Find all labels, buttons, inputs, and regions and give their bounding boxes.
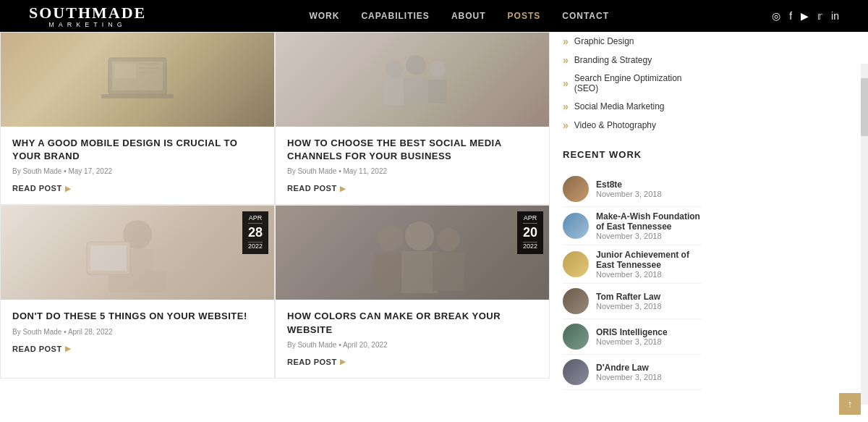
work-thumb-junior (563, 251, 589, 277)
read-post-btn-3[interactable]: Read Post ▶ (12, 345, 71, 353)
bullet-icon-1: » (563, 35, 569, 47)
posts-grid: WHY A GOOD MOBILE DESIGN IS CRUCIAL TO Y… (0, 32, 550, 405)
date-badge-4: Apr 20 2022 (517, 211, 543, 254)
social-icons-group: ◎ f ▶ 𝕣 in (772, 10, 839, 22)
bullet-icon-5: » (563, 119, 569, 131)
scrollbar-thumb[interactable] (861, 78, 868, 136)
posts-row-2: Apr 28 2022 DON'T DO THESE 5 THINGS ON Y… (0, 205, 550, 378)
recent-work-junior[interactable]: Junior Achievement of East Tennessee Nov… (563, 245, 702, 284)
work-name-dandre: D'Andre Law (596, 363, 662, 373)
work-thumb-tomrafter (563, 288, 589, 314)
svg-rect-23 (433, 253, 464, 291)
category-graphic-design[interactable]: » Graphic Design (563, 32, 702, 51)
svg-point-20 (405, 221, 434, 250)
bullet-icon-4: » (563, 101, 569, 112)
svg-point-11 (430, 61, 446, 77)
svg-rect-16 (90, 245, 127, 271)
svg-rect-17 (152, 249, 184, 271)
post-title-4: HOW COLORS CAN MAKE OR BREAK YOUR WEBSIT… (287, 310, 537, 336)
read-post-btn-1[interactable]: Read Post ▶ (12, 184, 71, 193)
post-title-1: WHY A GOOD MOBILE DESIGN IS CRUCIAL TO Y… (12, 137, 263, 163)
post-content-2: HOW TO CHOOSE THE BEST SOCIAL MEDIA CHAN… (276, 127, 549, 204)
linkedin-icon[interactable]: in (831, 10, 839, 22)
read-post-btn-4[interactable]: Read Post ▶ (287, 358, 346, 366)
nav-about[interactable]: ABOUT (451, 11, 486, 21)
category-branding[interactable]: » Branding & Strategy (563, 51, 702, 69)
recent-work-dandre[interactable]: D'Andre Law November 3, 2018 (563, 355, 702, 390)
work-name-tomrafter: Tom Rafter Law (596, 292, 662, 302)
logo-sub: MARKETING (48, 21, 127, 28)
category-video[interactable]: » Video & Photography (563, 116, 702, 135)
to-top-button[interactable]: ↑ (839, 393, 861, 415)
arrow-icon-3: ▶ (65, 345, 72, 353)
logo-main: SOUTHMADE (29, 4, 146, 22)
posts-row-1: WHY A GOOD MOBILE DESIGN IS CRUCIAL TO Y… (0, 32, 550, 205)
post-meta-3: By South Made • April 28, 2022 (12, 328, 263, 336)
header: SOUTHMADE MARKETING WORK CAPABILITIES AB… (0, 0, 868, 32)
recent-work-section: Recent Work Est8te November 3, 2018 Make… (563, 149, 702, 390)
post-meta-4: By South Made • April 20, 2022 (287, 341, 537, 349)
post-image-1 (1, 33, 274, 127)
svg-point-9 (406, 55, 426, 75)
categories-section: Categories » Graphic Design » Branding &… (563, 32, 702, 135)
category-social-media[interactable]: » Social Media Marketing (563, 97, 702, 116)
twitter-icon[interactable]: 𝕣 (817, 10, 822, 22)
scrollbar[interactable] (861, 64, 868, 405)
recent-work-tomrafter[interactable]: Tom Rafter Law November 3, 2018 (563, 284, 702, 319)
instagram-icon[interactable]: ◎ (772, 10, 780, 22)
svg-rect-21 (401, 251, 438, 293)
nav-contact[interactable]: CONTACT (562, 11, 609, 21)
work-thumb-makewish (563, 213, 589, 239)
work-date-tomrafter: November 3, 2018 (596, 302, 662, 311)
date-badge-3: Apr 28 2022 (242, 211, 268, 254)
arrow-icon-1: ▶ (65, 185, 72, 193)
svg-rect-3 (114, 64, 136, 78)
arrow-icon-4: ▶ (340, 358, 346, 366)
page-content: WHY A GOOD MOBILE DESIGN IS CRUCIAL TO Y… (0, 32, 868, 405)
post-meta-1: By South Made • May 17, 2022 (12, 167, 263, 175)
post-content-4: HOW COLORS CAN MAKE OR BREAK YOUR WEBSIT… (276, 300, 549, 377)
work-date-oris: November 3, 2018 (596, 337, 668, 346)
bullet-icon-3: » (563, 77, 569, 89)
post-title-2: HOW TO CHOOSE THE BEST SOCIAL MEDIA CHAN… (287, 137, 537, 163)
work-thumb-oris (563, 324, 589, 350)
post-image-3: Apr 28 2022 (1, 206, 274, 300)
recent-work-makewish[interactable]: Make-A-Wish Foundation of East Tennessee… (563, 207, 702, 245)
work-name-junior: Junior Achievement of East Tennessee (596, 250, 702, 270)
work-thumb-est8te (563, 176, 589, 202)
recent-work-est8te[interactable]: Est8te November 3, 2018 (563, 172, 702, 207)
post-content-3: DON'T DO THESE 5 THINGS ON YOUR WEBSITE!… (1, 300, 274, 364)
nav-work[interactable]: WORK (309, 11, 339, 21)
recent-work-title: Recent Work (563, 149, 702, 164)
read-post-btn-2[interactable]: Read Post ▶ (287, 184, 346, 193)
youtube-icon[interactable]: ▶ (801, 10, 809, 22)
main-nav: WORK CAPABILITIES ABOUT POSTS CONTACT (309, 11, 609, 21)
work-date-makewish: November 3, 2018 (596, 232, 702, 240)
svg-rect-10 (404, 78, 428, 106)
category-seo[interactable]: » Search Engine Optimization (SEO) (563, 69, 702, 97)
post-image-4: Apr 20 2022 (276, 206, 549, 300)
work-name-oris: ORIS Intelligence (596, 327, 668, 337)
work-date-dandre: November 3, 2018 (596, 373, 662, 381)
sidebar: Categories » Graphic Design » Branding &… (550, 32, 702, 405)
nav-posts[interactable]: POSTS (508, 11, 541, 21)
post-meta-2: By South Made • May 11, 2022 (287, 167, 537, 175)
recent-work-oris[interactable]: ORIS Intelligence November 3, 2018 (563, 319, 702, 355)
post-card-2: HOW TO CHOOSE THE BEST SOCIAL MEDIA CHAN… (275, 32, 550, 205)
post-card-4: Apr 20 2022 HOW COLORS CAN MAKE OR BREAK… (275, 205, 550, 378)
work-thumb-dandre (563, 359, 589, 385)
logo[interactable]: SOUTHMADE MARKETING (29, 4, 146, 28)
svg-point-18 (378, 225, 404, 251)
svg-rect-12 (428, 80, 447, 104)
svg-rect-1 (101, 94, 174, 98)
post-content-1: WHY A GOOD MOBILE DESIGN IS CRUCIAL TO Y… (1, 127, 274, 204)
work-date-junior: November 3, 2018 (596, 270, 702, 279)
nav-capabilities[interactable]: CAPABILITIES (361, 11, 429, 21)
bullet-icon-2: » (563, 54, 569, 66)
svg-point-22 (437, 228, 460, 251)
post-title-3: DON'T DO THESE 5 THINGS ON YOUR WEBSITE! (12, 310, 263, 323)
post-image-2 (276, 33, 549, 127)
facebook-icon[interactable]: f (789, 10, 792, 22)
arrow-icon-2: ▶ (340, 185, 346, 193)
post-card-3: Apr 28 2022 DON'T DO THESE 5 THINGS ON Y… (0, 205, 275, 378)
